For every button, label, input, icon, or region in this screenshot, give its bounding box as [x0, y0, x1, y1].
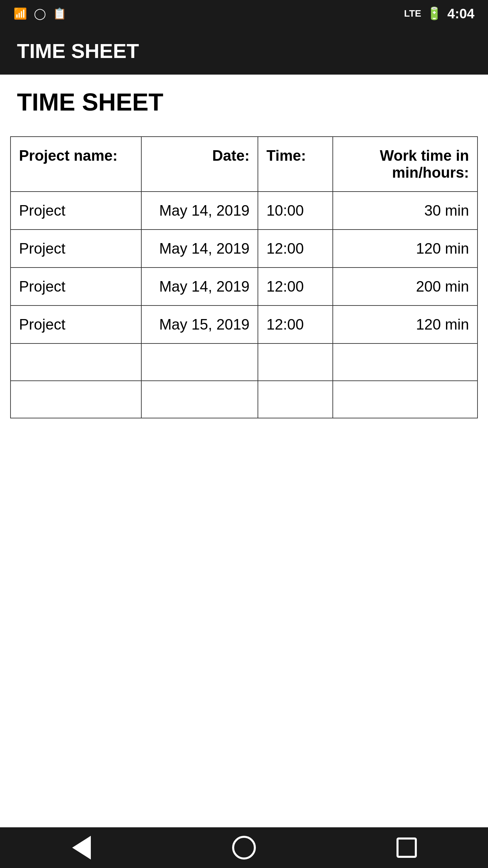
sim-icon: 📋	[53, 7, 66, 20]
table-row: ProjectMay 14, 201912:00120 min	[11, 230, 477, 268]
cell-work-time: 200 min	[333, 268, 477, 305]
status-bar-left: 📶 ◯ 📋	[14, 7, 66, 20]
cell-work-time: 120 min	[333, 230, 477, 268]
app-bar-title: TIME SHEET	[17, 39, 139, 63]
cell-date: May 14, 2019	[141, 268, 258, 305]
recent-icon	[396, 837, 417, 858]
nav-home-button[interactable]	[230, 834, 258, 861]
cell-work-time: 30 min	[333, 192, 477, 230]
wifi-icon: 📶	[14, 7, 27, 20]
cell-work-time: 120 min	[333, 305, 477, 343]
header-time: Time:	[258, 137, 332, 192]
cell-project-name	[11, 343, 141, 381]
table-row: ProjectMay 15, 201912:00120 min	[11, 305, 477, 343]
cell-project-name	[11, 381, 141, 418]
cell-work-time	[333, 343, 477, 381]
battery-icon: 🔋	[427, 6, 442, 21]
cell-date: May 15, 2019	[141, 305, 258, 343]
cell-project-name: Project	[11, 268, 141, 305]
circle-icon: ◯	[34, 7, 46, 20]
cell-project-name: Project	[11, 305, 141, 343]
table-row	[11, 381, 477, 418]
cell-time	[258, 343, 332, 381]
cell-project-name: Project	[11, 230, 141, 268]
table-row: ProjectMay 14, 201910:0030 min	[11, 192, 477, 230]
status-bar-right: LTE 🔋 4:04	[404, 6, 474, 21]
cell-time: 12:00	[258, 268, 332, 305]
bottom-navigation	[0, 827, 488, 868]
cell-date	[141, 343, 258, 381]
cell-date: May 14, 2019	[141, 192, 258, 230]
status-bar: 📶 ◯ 📋 LTE 🔋 4:04	[0, 0, 488, 27]
cell-date: May 14, 2019	[141, 230, 258, 268]
timesheet-table: Project name: Date: Time: Work time in m…	[10, 136, 478, 418]
cell-time: 10:00	[258, 192, 332, 230]
cell-time: 12:00	[258, 305, 332, 343]
nav-back-button[interactable]	[68, 834, 95, 861]
cell-time	[258, 381, 332, 418]
status-time: 4:04	[447, 6, 474, 21]
table-body: ProjectMay 14, 201910:0030 minProjectMay…	[11, 192, 477, 418]
main-content: TIME SHEET Project name: Date: Time: Wor…	[0, 75, 488, 827]
home-icon	[232, 836, 256, 860]
table-row: ProjectMay 14, 201912:00200 min	[11, 268, 477, 305]
back-icon	[72, 836, 91, 860]
lte-label: LTE	[404, 8, 421, 19]
cell-time: 12:00	[258, 230, 332, 268]
header-work-time: Work time in min/hours:	[333, 137, 477, 192]
table-header-row: Project name: Date: Time: Work time in m…	[11, 137, 477, 192]
nav-recent-button[interactable]	[393, 834, 420, 861]
app-bar: TIME SHEET	[0, 27, 488, 75]
page-title: TIME SHEET	[10, 88, 478, 116]
cell-work-time	[333, 381, 477, 418]
header-date: Date:	[141, 137, 258, 192]
cell-project-name: Project	[11, 192, 141, 230]
header-project-name: Project name:	[11, 137, 141, 192]
table-row	[11, 343, 477, 381]
cell-date	[141, 381, 258, 418]
